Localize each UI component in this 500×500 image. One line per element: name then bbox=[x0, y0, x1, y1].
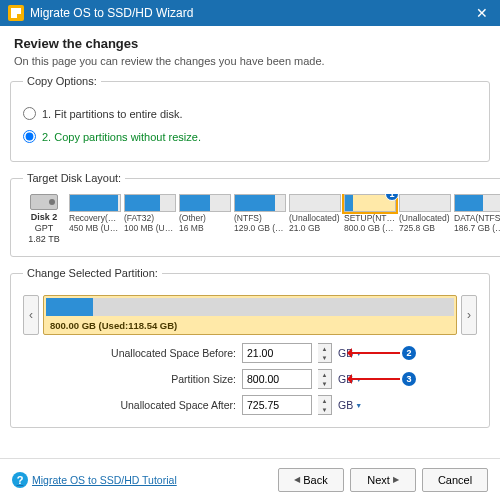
spinner[interactable]: ▲▼ bbox=[318, 395, 332, 415]
disk-type: GPT bbox=[35, 223, 54, 234]
page-subtitle: On this page you can review the changes … bbox=[14, 55, 486, 67]
red-arrow-icon bbox=[348, 378, 400, 380]
slider-free-fill bbox=[93, 298, 454, 316]
slider-caption: 800.00 GB (Used:118.54 GB) bbox=[50, 320, 177, 331]
back-button-label: Back bbox=[303, 474, 327, 486]
size-input[interactable] bbox=[242, 395, 312, 415]
partition-size: 21.0 GB bbox=[289, 224, 341, 234]
size-input[interactable] bbox=[242, 369, 312, 389]
target-disk-layout-legend: Target Disk Layout: bbox=[23, 172, 125, 184]
slider-used-fill bbox=[46, 298, 95, 316]
hdd-icon bbox=[30, 194, 58, 210]
next-button-label: Next bbox=[367, 474, 390, 486]
change-partition-group: Change Selected Partition: ‹ 800.00 GB (… bbox=[10, 267, 490, 428]
app-logo-icon bbox=[8, 5, 24, 21]
partition-block[interactable]: (Unallocated)21.0 GB bbox=[289, 194, 341, 234]
partition-name: (NTFS) bbox=[234, 214, 286, 224]
tutorial-link[interactable]: ? Migrate OS to SSD/HD Tutorial bbox=[12, 472, 177, 488]
copy-options-group: Copy Options: 1. Fit partitions to entir… bbox=[10, 75, 490, 162]
callout-3: 3 bbox=[402, 372, 416, 386]
slider-left-button[interactable]: ‹ bbox=[23, 295, 39, 335]
disk-info: Disk 2 GPT 1.82 TB bbox=[23, 194, 65, 244]
callout-1: 1 bbox=[385, 194, 399, 201]
partition-block[interactable]: (FAT32)100 MB (Used) bbox=[124, 194, 176, 234]
spinner[interactable]: ▲▼ bbox=[318, 343, 332, 363]
spinner[interactable]: ▲▼ bbox=[318, 369, 332, 389]
partition-name: (Unallocated) bbox=[399, 214, 451, 224]
partition-size: 800.0 GB (Used) bbox=[344, 224, 396, 234]
target-disk-layout-group: Target Disk Layout: Disk 2 GPT 1.82 TB R… bbox=[10, 172, 500, 257]
partition-slider-row: ‹ 800.00 GB (Used:118.54 GB) › bbox=[23, 295, 477, 335]
radio-noresize[interactable] bbox=[23, 130, 36, 143]
partition-size: 100 MB (Used) bbox=[124, 224, 176, 234]
partition-form: Unallocated Space Before:▲▼GB ▼2Partitio… bbox=[23, 343, 477, 415]
disk-name: Disk 2 bbox=[31, 212, 58, 223]
unit-select[interactable]: GB ▼ bbox=[338, 399, 368, 411]
copy-options-legend: Copy Options: bbox=[23, 75, 101, 87]
partition-block[interactable]: DATA(NTFS)186.7 GB (Used) bbox=[454, 194, 500, 234]
red-arrow-icon bbox=[348, 352, 400, 354]
partition-name: SETUP(NTFS) bbox=[344, 214, 396, 224]
partition-name: DATA(NTFS) bbox=[454, 214, 500, 224]
page-title: Review the changes bbox=[14, 36, 486, 51]
radio-fit[interactable] bbox=[23, 107, 36, 120]
partition-name: (Unallocated) bbox=[289, 214, 341, 224]
size-input[interactable] bbox=[242, 343, 312, 363]
size-label: Unallocated Space After: bbox=[86, 399, 236, 411]
partition-size: 16 MB bbox=[179, 224, 231, 234]
slider-right-button[interactable]: › bbox=[461, 295, 477, 335]
help-icon: ? bbox=[12, 472, 28, 488]
cancel-button[interactable]: Cancel bbox=[422, 468, 488, 492]
partition-block[interactable]: (Unallocated)725.8 GB bbox=[399, 194, 451, 234]
close-icon[interactable]: ✕ bbox=[472, 5, 492, 21]
callout-2: 2 bbox=[402, 346, 416, 360]
copy-option-noresize[interactable]: 2. Copy partitions without resize. bbox=[23, 130, 477, 143]
size-label: Unallocated Space Before: bbox=[86, 347, 236, 359]
partition-size: 129.0 GB (Used) bbox=[234, 224, 286, 234]
cancel-button-label: Cancel bbox=[438, 474, 472, 486]
next-button[interactable]: Next▶ bbox=[350, 468, 416, 492]
copy-option-fit[interactable]: 1. Fit partitions to entire disk. bbox=[23, 107, 477, 120]
page-header: Review the changes On this page you can … bbox=[0, 26, 500, 75]
partition-size: 186.7 GB (Used) bbox=[454, 224, 500, 234]
partition-block[interactable]: Recovery(NTFS)450 MB (Used) bbox=[69, 194, 121, 234]
partition-name: (FAT32) bbox=[124, 214, 176, 224]
tutorial-link-label: Migrate OS to SSD/HD Tutorial bbox=[32, 474, 177, 486]
window-title: Migrate OS to SSD/HD Wizard bbox=[30, 6, 193, 20]
title-bar: Migrate OS to SSD/HD Wizard ✕ bbox=[0, 0, 500, 26]
partition-name: Recovery(NTFS) bbox=[69, 214, 121, 224]
disk-size: 1.82 TB bbox=[28, 234, 59, 245]
size-label: Partition Size: bbox=[86, 373, 236, 385]
partition-block[interactable]: (Other)16 MB bbox=[179, 194, 231, 234]
footer-bar: ? Migrate OS to SSD/HD Tutorial ◀Back Ne… bbox=[0, 458, 500, 500]
partition-block[interactable]: 1SETUP(NTFS)800.0 GB (Used) bbox=[344, 194, 396, 234]
partition-block[interactable]: (NTFS)129.0 GB (Used) bbox=[234, 194, 286, 234]
disk-layout-row: Disk 2 GPT 1.82 TB Recovery(NTFS)450 MB … bbox=[23, 194, 500, 244]
copy-option-fit-label: 1. Fit partitions to entire disk. bbox=[42, 108, 183, 120]
change-partition-legend: Change Selected Partition: bbox=[23, 267, 162, 279]
partition-slider[interactable]: 800.00 GB (Used:118.54 GB) bbox=[43, 295, 457, 335]
back-button[interactable]: ◀Back bbox=[278, 468, 344, 492]
partition-size: 450 MB (Used) bbox=[69, 224, 121, 234]
partition-size: 725.8 GB bbox=[399, 224, 451, 234]
partition-name: (Other) bbox=[179, 214, 231, 224]
copy-option-noresize-label: 2. Copy partitions without resize. bbox=[42, 131, 201, 143]
